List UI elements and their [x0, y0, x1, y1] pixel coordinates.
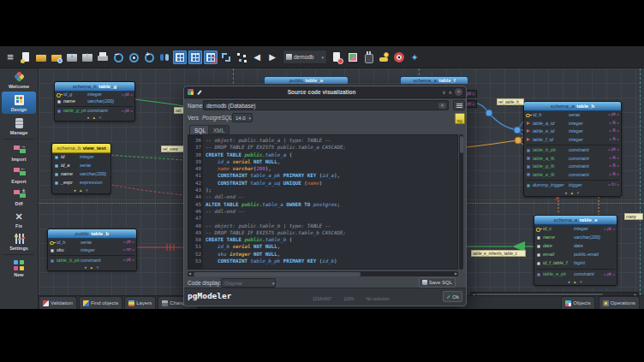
- table-row[interactable]: id_aserial: [52, 162, 110, 170]
- sql-file-icon[interactable]: [455, 113, 465, 124]
- table-row[interactable]: id_cinteger« pk »: [534, 225, 617, 234]
- save-all-button[interactable]: [80, 50, 94, 64]
- table-row[interactable]: namevarchar(200): [534, 234, 617, 242]
- table-row[interactable]: idinteger: [52, 153, 110, 162]
- sidebar-item-diff[interactable]: Diff: [0, 186, 38, 208]
- previous-model-button[interactable]: [250, 50, 264, 64]
- table-footer[interactable]: ●▲▼: [524, 190, 621, 196]
- snap-grid-button[interactable]: [204, 50, 218, 64]
- close-icon[interactable]: ×: [455, 88, 462, 96]
- pin-icon[interactable]: [196, 90, 201, 95]
- sidebar-item-settings[interactable]: Settings: [0, 230, 38, 252]
- table-row[interactable]: table_a_idinteger« fk »: [524, 120, 621, 128]
- zoom-original-button[interactable]: [127, 50, 140, 64]
- dot-icon[interactable]: ●: [87, 116, 90, 120]
- expand-icon[interactable]: ▲: [79, 188, 82, 193]
- sql-code-view[interactable]: 363738394041424344454647484950515253 -- …: [188, 134, 458, 270]
- page-delimiters-button[interactable]: [188, 50, 202, 64]
- table-header[interactable]: schema_a.table_h: [524, 102, 621, 111]
- bottom-tab-layers[interactable]: Layers: [124, 296, 156, 309]
- relationship-label[interactable]: many: [624, 213, 643, 220]
- table-widget-table_b[interactable]: public.table_bid_bserial« pk »skuinteger…: [47, 228, 137, 271]
- chevron-down-icon[interactable]: ∨: [442, 89, 445, 96]
- collapse-icon[interactable]: ▼: [98, 116, 102, 120]
- collapse-icon[interactable]: ▼: [579, 280, 582, 284]
- close-model-button[interactable]: [331, 50, 344, 64]
- table-footer[interactable]: ●▲▼: [52, 187, 110, 193]
- table-header[interactable]: schema_b.table_g: [55, 82, 134, 92]
- sidebar-item-new[interactable]: New: [0, 257, 38, 279]
- table-row[interactable]: table_e_pkconstraint« pk »: [534, 270, 617, 279]
- table-row[interactable]: dummy_triggertrigger« b i »: [524, 181, 621, 190]
- sidebar-item-manage[interactable]: Manage: [0, 115, 38, 137]
- show-grid-button[interactable]: [173, 50, 187, 64]
- dot-icon[interactable]: ●: [568, 280, 570, 284]
- print-button[interactable]: [96, 50, 110, 64]
- table-row[interactable]: namevarchar(200): [52, 170, 110, 179]
- support-button[interactable]: [392, 50, 406, 64]
- chevron-up-icon[interactable]: ∧: [449, 89, 452, 96]
- relationship-label[interactable]: rel_view: [161, 145, 184, 152]
- objects-overlay-button[interactable]: [235, 50, 248, 64]
- expand-icon[interactable]: ▲: [92, 116, 95, 120]
- sidebar-item-export[interactable]: Export: [0, 163, 38, 186]
- sidebar-item-welcome[interactable]: Welcome: [0, 68, 38, 91]
- table-row[interactable]: table_e_fkconstraint« fk »: [524, 171, 621, 180]
- expand-icon[interactable]: ▲: [573, 280, 576, 284]
- table-row[interactable]: table_g_fkconstraint« fk »: [524, 163, 621, 171]
- table-row[interactable]: namevarchar(200): [55, 98, 134, 105]
- table-header[interactable]: schema_b.view_test: [52, 144, 110, 153]
- table-row[interactable]: table_f_idinteger« fk »: [524, 136, 621, 145]
- dialog-titlebar[interactable]: Source code visualization ∨ ∧ ×: [184, 86, 466, 98]
- donate-button[interactable]: [377, 50, 391, 64]
- table-row[interactable]: table_g_pkconstraint« pk »: [55, 108, 134, 115]
- table-row[interactable]: id_hserial« pk »: [524, 111, 621, 120]
- version-select[interactable]: 14.0: [232, 113, 253, 122]
- save-sql-button[interactable]: Save SQL: [419, 277, 456, 288]
- expand-canvas-button[interactable]: [219, 50, 233, 64]
- table-row[interactable]: table_b_pkconstraint« pk »: [48, 257, 136, 264]
- table-footer[interactable]: ●▲▼: [55, 115, 134, 121]
- save-model-button[interactable]: [65, 50, 79, 64]
- table-widget-table_e[interactable]: schema_a.table_eid_cinteger« pk »namevar…: [534, 215, 617, 286]
- fit-objects-button[interactable]: [158, 50, 171, 64]
- sidebar-item-import[interactable]: Import: [0, 141, 38, 163]
- name-input[interactable]: demodb (Database) ×: [203, 100, 449, 110]
- dot-icon[interactable]: ●: [565, 191, 568, 195]
- collapse-icon[interactable]: ▼: [576, 191, 580, 195]
- table-header[interactable]: public.table_b: [48, 229, 136, 239]
- screenshot-button[interactable]: [346, 50, 360, 64]
- about-button[interactable]: [408, 50, 421, 64]
- relationship-label[interactable]: table_e_inherits_table_c: [471, 250, 526, 257]
- name-options-button[interactable]: [453, 100, 465, 110]
- recent-models-button[interactable]: [50, 50, 63, 64]
- collapse-icon[interactable]: ▼: [85, 188, 88, 193]
- clear-name-icon[interactable]: ×: [438, 103, 446, 109]
- relationship-label[interactable]: rel_table_h_: [497, 98, 524, 105]
- zoom-out-button[interactable]: [111, 50, 125, 64]
- collapse-icon[interactable]: ▼: [96, 265, 99, 270]
- expand-icon[interactable]: ▲: [89, 265, 92, 270]
- menu-button[interactable]: [3, 50, 17, 64]
- dot-icon[interactable]: ●: [74, 188, 76, 193]
- sidebar-item-fix[interactable]: Fix: [0, 208, 38, 230]
- table-row[interactable]: id_ginteger« pk »: [55, 92, 134, 98]
- model-selector-dropdown[interactable]: demodb▾: [283, 50, 327, 64]
- table-header[interactable]: schema_a.table_e: [534, 216, 617, 225]
- expand-icon[interactable]: ▲: [569, 191, 573, 195]
- table-row[interactable]: _exprexpression: [52, 179, 110, 187]
- table-row[interactable]: table_h_pkconstraint« pk »: [524, 146, 621, 155]
- table-row[interactable]: id_bserial« pk »: [48, 239, 136, 246]
- sidebar-item-design[interactable]: Design: [2, 92, 36, 114]
- view-widget-view_test[interactable]: schema_b.view_testidintegerid_aserialnam…: [51, 143, 111, 194]
- bottom-tab-validation[interactable]: Validation: [39, 296, 77, 309]
- table-row[interactable]: datedate: [534, 242, 617, 251]
- bottom-tab-find[interactable]: Find objects: [79, 296, 122, 309]
- panel-button-objects[interactable]: Objects: [561, 296, 594, 309]
- table-widget-table_h[interactable]: schema_a.table_hid_hserial« pk »table_a_…: [523, 101, 622, 197]
- new-model-button[interactable]: [19, 50, 33, 64]
- code-display-select[interactable]: Original: [221, 278, 276, 288]
- table-widget-table_a-partial[interactable]: public.table_a: [264, 76, 349, 84]
- open-model-button[interactable]: [34, 50, 48, 64]
- table-footer[interactable]: ●▲▼: [534, 279, 617, 285]
